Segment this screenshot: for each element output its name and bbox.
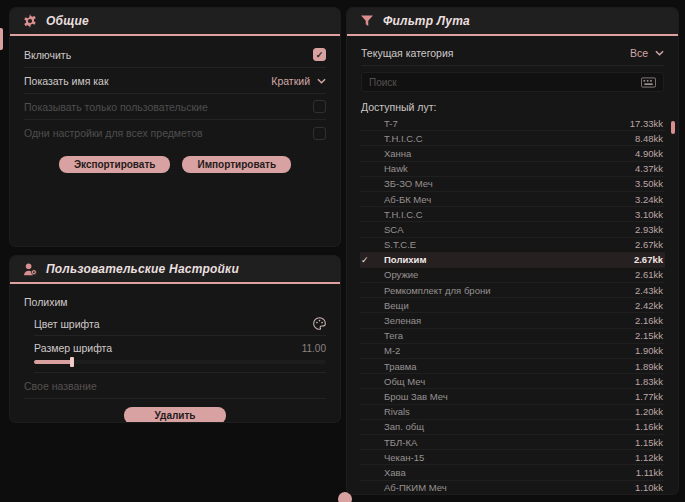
- item-name: М-2: [373, 345, 635, 356]
- name-mode-dropdown[interactable]: Краткий: [271, 75, 326, 87]
- gear-icon: [23, 14, 37, 28]
- list-item[interactable]: Ремкомплект для брони2.43kk: [360, 283, 665, 298]
- list-item[interactable]: ✓Полихим2.67kk: [360, 253, 665, 268]
- item-value: 17.33kk: [630, 118, 665, 129]
- check-icon: ✓: [360, 255, 373, 265]
- item-value: 1.15kk: [635, 437, 665, 448]
- single-settings-row: Одни настройки для всех предметов: [24, 120, 326, 146]
- user-settings-icon: [23, 262, 37, 276]
- only-custom-label: Показывать только пользовательские: [24, 101, 208, 113]
- export-button[interactable]: Экспортировать: [59, 156, 171, 173]
- keyboard-icon[interactable]: [641, 77, 656, 88]
- panel-underline: [10, 282, 340, 284]
- list-item[interactable]: Травма1.89kk: [360, 359, 665, 374]
- item-name: Зап. общ: [373, 421, 635, 432]
- general-panel: Общие Включить ✓ Показать имя как Кратки…: [10, 8, 340, 246]
- category-dropdown[interactable]: Все: [630, 47, 664, 59]
- list-item[interactable]: T.H.I.C.C8.48kk: [360, 131, 665, 146]
- item-value: 4.37kk: [635, 163, 665, 174]
- font-size-block: Размер шрифта 11.00: [34, 336, 326, 373]
- list-item[interactable]: Зеленая2.16kk: [360, 313, 665, 328]
- list-item[interactable]: Тега2.15kk: [360, 329, 665, 344]
- list-item[interactable]: Общ Меч1.83kk: [360, 374, 665, 389]
- custom-name-input[interactable]: [24, 380, 326, 392]
- panel-underline: [10, 34, 340, 36]
- category-label: Текущая категория: [361, 47, 454, 59]
- list-item[interactable]: Rivals1.20kk: [360, 405, 665, 420]
- font-size-slider-fill: [34, 360, 72, 364]
- scrollbar-thumb[interactable]: [671, 121, 675, 134]
- item-name: Ремкомплект для брони: [373, 285, 635, 296]
- item-name: Вещи: [373, 300, 635, 311]
- list-item[interactable]: Аб-ПКИМ Меч1.10kk: [360, 481, 665, 495]
- custom-name-row: [24, 373, 326, 399]
- item-name: Оружие: [373, 269, 635, 280]
- item-value: 2.16kk: [635, 315, 665, 326]
- item-name: Тега: [373, 330, 635, 341]
- list-item[interactable]: ЗБ-ЗО Меч3.50kk: [360, 177, 665, 192]
- list-item[interactable]: Вещи2.42kk: [360, 298, 665, 313]
- item-name: Хава: [373, 467, 636, 478]
- item-name: Полихим: [373, 254, 634, 265]
- item-name: Аб-ПКИМ Меч: [373, 482, 635, 493]
- item-name: Ханна: [373, 148, 635, 159]
- item-name: T-7: [373, 118, 630, 129]
- search-input[interactable]: [369, 77, 635, 88]
- name-mode-value: Краткий: [271, 75, 310, 87]
- list-item[interactable]: Зап. общ1.16kk: [360, 420, 665, 435]
- panel-title: Фильтр Лута: [383, 14, 470, 28]
- chevron-down-icon: [317, 78, 326, 84]
- item-name: Чекан-15: [373, 452, 635, 463]
- list-item[interactable]: Хава1.11kk: [360, 465, 665, 480]
- font-size-slider-handle[interactable]: [70, 357, 74, 367]
- list-item[interactable]: Hawk4.37kk: [360, 162, 665, 177]
- list-item[interactable]: М-21.90kk: [360, 344, 665, 359]
- item-value: 2.93kk: [635, 224, 665, 235]
- single-settings-checkbox[interactable]: [313, 127, 326, 140]
- item-name: ТБЛ-КА: [373, 437, 635, 448]
- item-value: 8.48kk: [635, 133, 665, 144]
- item-value: 2.67kk: [635, 239, 665, 250]
- list-item[interactable]: T-717.33kk: [360, 116, 665, 131]
- delete-row: Удалить: [10, 407, 340, 422]
- list-item[interactable]: Чекан-151.12kk: [360, 450, 665, 465]
- item-name: S.T.C.E: [373, 239, 635, 250]
- font-size-slider[interactable]: [34, 360, 326, 364]
- loot-list: T-717.33kkT.H.I.C.C8.48kkХанна4.90kkHawk…: [360, 116, 665, 494]
- font-size-value: 11.00: [302, 343, 326, 354]
- list-item[interactable]: S.T.C.E2.67kk: [360, 238, 665, 253]
- list-item[interactable]: SCA2.93kk: [360, 222, 665, 237]
- only-custom-row: Показывать только пользовательские: [24, 94, 326, 120]
- item-value: 1.10kk: [635, 482, 665, 493]
- palette-icon[interactable]: [313, 317, 326, 330]
- panel-title: Общие: [46, 14, 89, 28]
- item-name: Hawk: [373, 163, 635, 174]
- search-box: [361, 72, 664, 92]
- list-item[interactable]: ТБЛ-КА1.15kk: [360, 435, 665, 450]
- enable-label: Включить: [24, 49, 71, 61]
- item-value: 1.20kk: [635, 406, 665, 417]
- list-item[interactable]: Аб-БК Меч3.24kk: [360, 192, 665, 207]
- panel-title: Пользовательские Настройки: [46, 262, 239, 276]
- only-custom-checkbox[interactable]: [313, 100, 326, 113]
- list-item[interactable]: Ханна4.90kk: [360, 146, 665, 161]
- name-mode-label: Показать имя как: [24, 75, 109, 87]
- available-loot-label: Доступный лут:: [361, 101, 664, 113]
- font-color-label: Цвет шрифта: [34, 318, 100, 330]
- loot-filter-panel-header: Фильтр Лута: [347, 8, 678, 34]
- delete-button[interactable]: Удалить: [124, 407, 225, 422]
- chevron-down-icon: [655, 50, 664, 56]
- font-size-label: Размер шрифта: [34, 342, 112, 354]
- item-name: T.H.I.C.C: [373, 209, 635, 220]
- list-item[interactable]: Брош Зав Меч1.77kk: [360, 389, 665, 404]
- enable-row: Включить ✓: [24, 42, 326, 68]
- item-value: 1.11kk: [636, 467, 665, 478]
- list-item[interactable]: Оружие2.61kk: [360, 268, 665, 283]
- enable-checkbox[interactable]: ✓: [313, 48, 326, 61]
- item-name: Зеленая: [373, 315, 635, 326]
- import-button[interactable]: Импортировать: [182, 156, 291, 173]
- panel-underline: [347, 34, 678, 36]
- item-value: 1.90kk: [635, 345, 665, 356]
- general-panel-header: Общие: [10, 8, 340, 34]
- list-item[interactable]: T.H.I.C.C3.10kk: [360, 207, 665, 222]
